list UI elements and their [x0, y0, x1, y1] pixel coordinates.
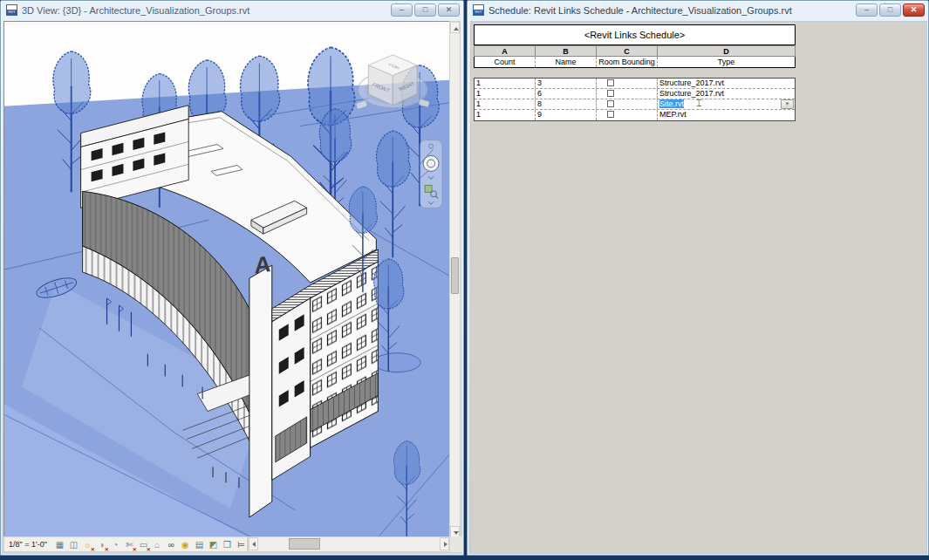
table-row: 13Structure_2017.rvt [475, 79, 795, 89]
rvt-file-icon: RVT [473, 4, 484, 16]
room-bounding-cell [597, 79, 658, 88]
close-icon[interactable]: ✕ [438, 3, 460, 17]
show-crop-region-icon[interactable]: ▭✕ [137, 538, 150, 551]
room-bounding-cell [597, 89, 658, 99]
column-letter-d[interactable]: D [658, 45, 796, 56]
type-cell[interactable]: MEP.rvt [658, 110, 795, 120]
steering-wheel-icon [423, 155, 439, 171]
room-bounding-cell [597, 99, 658, 109]
room-bounding-checkbox[interactable] [607, 100, 614, 107]
column-letters-row: ABCD [474, 45, 796, 57]
schedule-data-rows: 13Structure_2017.rvt16Structure_2017.rvt… [474, 78, 796, 121]
column-header-name[interactable]: Name [536, 57, 597, 67]
temporary-view-properties-icon[interactable]: ▤ [193, 538, 206, 551]
table-row: 18Site.rvt⌶▼ [475, 99, 795, 110]
window-title: 3D View: {3D} - Architecture_Visualizati… [22, 5, 391, 16]
name-cell[interactable]: 9 [536, 110, 597, 120]
scroll-up-icon[interactable] [450, 22, 460, 33]
vertical-scroll-thumb[interactable] [451, 257, 459, 294]
scroll-left-icon[interactable] [249, 537, 258, 550]
room-bounding-cell [597, 110, 658, 120]
window-schedule[interactable]: RVT Schedule: Revit Links Schedule - Arc… [467, 0, 929, 556]
vertical-scrollbar[interactable] [449, 21, 461, 538]
schedule-table: <Revit Links Schedule> ABCD CountNameRoo… [474, 24, 796, 121]
column-letter-a[interactable]: A [475, 45, 536, 56]
count-cell[interactable]: 1 [475, 89, 536, 99]
titlebar-3d-view[interactable]: RVT 3D View: {3D} - Architecture_Visuali… [1, 1, 463, 19]
column-headers-row: CountNameRoom BoundingType [474, 57, 796, 68]
type-cell[interactable]: Structure_2017.rvt [658, 89, 795, 99]
table-row: 19MEP.rvt [475, 110, 795, 120]
schedule-view[interactable]: <Revit Links Schedule> ABCD CountNameRoo… [470, 21, 927, 554]
room-bounding-checkbox[interactable] [607, 111, 614, 118]
column-header-type[interactable]: Type [658, 57, 795, 67]
name-cell[interactable]: 3 [536, 79, 597, 88]
titlebar-schedule[interactable]: RVT Schedule: Revit Links Schedule - Arc… [468, 1, 928, 19]
reveal-constraints-icon[interactable]: ⊨ [235, 538, 248, 551]
building-sign: A [255, 250, 271, 279]
column-letter-b[interactable]: B [536, 45, 597, 56]
rendering-dialog-icon[interactable]: ◔ [109, 538, 122, 551]
type-cell[interactable]: Structure_2017.rvt [658, 79, 795, 88]
view-scale-button[interactable]: 1/8" = 1'-0" [9, 540, 47, 549]
displacement-sets-icon[interactable]: ❐ [221, 538, 234, 551]
name-cell[interactable]: 8 [536, 99, 597, 109]
analytical-model-icon[interactable]: ◩ [207, 538, 220, 551]
visual-style-icon[interactable]: ▦ [53, 538, 66, 551]
count-cell[interactable]: 1 [475, 99, 536, 109]
window-title: Schedule: Revit Links Schedule - Archite… [488, 5, 856, 16]
selected-type-text[interactable]: Site.rvt [659, 99, 684, 108]
scroll-right-icon[interactable] [440, 537, 449, 550]
locked-3d-view-icon[interactable]: ⌂ [151, 538, 164, 551]
rvt-file-icon: RVT [6, 4, 17, 16]
count-cell[interactable]: 1 [475, 79, 536, 88]
shadows-icon[interactable]: ◑✕ [95, 538, 108, 551]
column-letter-c[interactable]: C [597, 45, 658, 56]
horizontal-scrollbar[interactable] [248, 536, 450, 552]
resize-grip[interactable] [450, 536, 462, 552]
close-icon[interactable]: ✕ [903, 3, 925, 17]
crop-view-icon[interactable]: ✄✕ [123, 538, 136, 551]
restore-icon[interactable]: □ [879, 3, 901, 17]
minimize-icon[interactable]: – [856, 3, 878, 17]
table-row: 16Structure_2017.rvt [475, 89, 795, 99]
sun-path-icon[interactable]: ☼✕ [81, 538, 94, 551]
type-dropdown-button[interactable]: ▼ [781, 99, 794, 109]
room-bounding-checkbox[interactable] [607, 79, 614, 86]
navigation-bar[interactable] [420, 140, 442, 208]
column-header-count[interactable]: Count [475, 57, 536, 67]
schedule-title[interactable]: <Revit Links Schedule> [474, 24, 796, 45]
reveal-hidden-elements-icon[interactable]: ◉ [179, 538, 192, 551]
restore-icon[interactable]: □ [414, 3, 436, 17]
type-cell[interactable]: Site.rvt⌶▼ [658, 99, 795, 109]
column-header-room-bounding[interactable]: Room Bounding [597, 57, 658, 67]
3d-viewport[interactable]: A [3, 21, 450, 538]
ibeam-cursor: ⌶ [696, 99, 702, 108]
view-control-bar: 1/8" = 1'-0" ▦◫☼✕◑✕◔✄✕▭✕⌂∞◉▤◩❐⊨< [3, 536, 248, 552]
room-bounding-checkbox[interactable] [607, 90, 614, 97]
minimize-icon[interactable]: – [391, 3, 413, 17]
window-3d-view[interactable]: RVT 3D View: {3D} - Architecture_Visuali… [0, 0, 464, 556]
count-cell[interactable]: 1 [475, 110, 536, 120]
temporary-hide-isolate-icon[interactable]: ∞ [165, 538, 178, 551]
detail-level-icon[interactable]: ◫ [67, 538, 80, 551]
horizontal-scroll-thumb[interactable] [289, 538, 320, 550]
name-cell[interactable]: 6 [536, 89, 597, 99]
